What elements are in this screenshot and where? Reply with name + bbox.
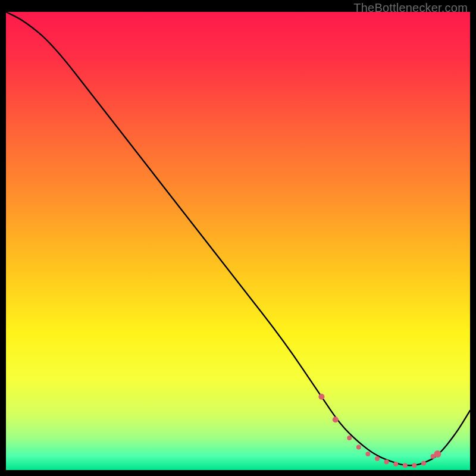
gradient-background (6, 12, 470, 470)
marker-dot (393, 462, 398, 466)
marker-dot (356, 445, 361, 450)
bottleneck-chart (6, 12, 470, 470)
marker-dot (365, 452, 370, 456)
marker-dot (412, 463, 416, 468)
marker-dot (333, 416, 339, 422)
marker-dot (434, 450, 441, 458)
marker-dot (421, 461, 426, 465)
marker-dot (403, 463, 408, 468)
chart-container (6, 12, 470, 470)
marker-dot (375, 456, 380, 461)
marker-dot (347, 436, 352, 440)
marker-dot (318, 394, 324, 400)
marker-dot (384, 459, 389, 464)
